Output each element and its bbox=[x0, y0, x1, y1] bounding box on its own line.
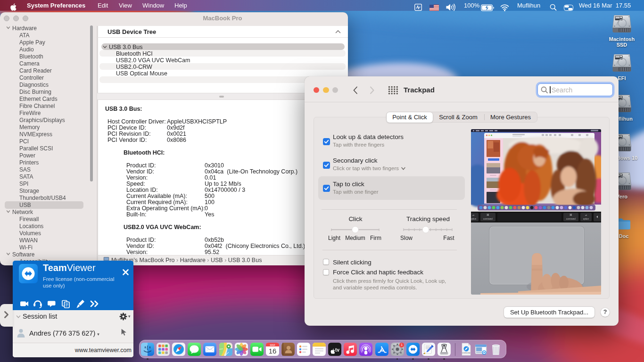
svg-text:⌘: ⌘ bbox=[570, 214, 572, 216]
svg-text:1: 1 bbox=[401, 343, 403, 346]
svg-text:option: option bbox=[471, 218, 477, 220]
svg-text:16: 16 bbox=[268, 347, 276, 355]
svg-text:command: command bbox=[566, 218, 576, 220]
svg-text:⌘: ⌘ bbox=[487, 214, 489, 216]
svg-text:command: command bbox=[483, 218, 493, 220]
svg-text:DOWNLOAD: DOWNLOAD bbox=[462, 352, 471, 354]
svg-text:option: option bbox=[583, 218, 589, 220]
svg-text:tv: tv bbox=[335, 347, 339, 353]
svg-text:MAR: MAR bbox=[270, 344, 275, 346]
